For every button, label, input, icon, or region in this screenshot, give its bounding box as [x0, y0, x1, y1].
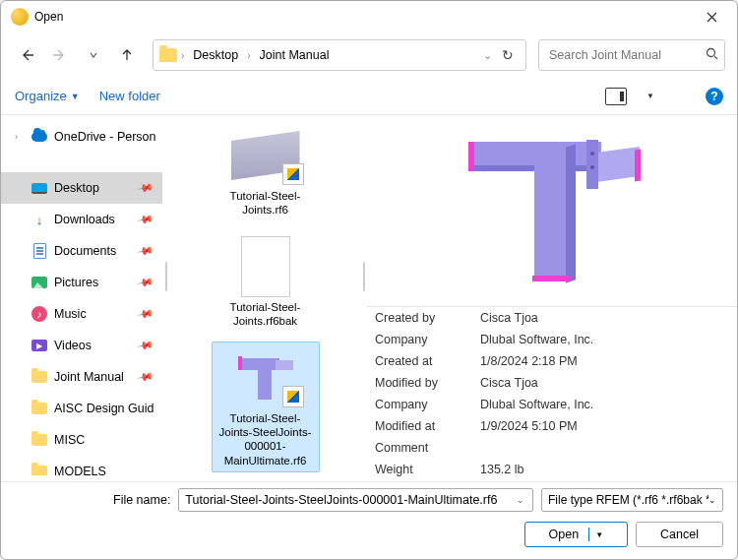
tree-onedrive[interactable]: › OneDrive - Person — [1, 121, 162, 153]
tree-aisc[interactable]: AISC Design Guid — [1, 393, 162, 424]
file-label: Tutorial-Steel-Joints.rf6bak — [215, 300, 317, 329]
pin-icon: 📌 — [137, 211, 155, 229]
meta-row: Modified byCisca Tjoa — [367, 372, 737, 394]
file-label: Tutorial-Steel-Joints.rf6 — [215, 189, 317, 218]
cancel-button[interactable]: Cancel — [636, 522, 723, 547]
meta-row: Modified at1/9/2024 5:10 PM — [367, 415, 737, 437]
preview-pane: Created byCisca Tjoa CompanyDlubal Softw… — [367, 115, 737, 481]
filetype-select[interactable]: File type RFEM (*.rf6 *.rf6bak *.rx ⌄ — [541, 488, 723, 512]
nav-tree: › OneDrive - Person Desktop 📌 ↓ Download… — [1, 115, 163, 481]
chevron-down-icon[interactable]: ⌄ — [513, 495, 528, 505]
tree-downloads[interactable]: ↓ Downloads 📌 — [1, 204, 162, 235]
tree-joint-manual[interactable]: Joint Manual 📌 — [1, 361, 162, 393]
model-preview-icon — [463, 132, 641, 289]
tree-models[interactable]: MODELS — [1, 456, 162, 475]
filename-input[interactable] — [183, 492, 513, 508]
open-dialog: Open › Desktop › Joint Manual ⌄ ↻ — [0, 0, 738, 560]
chevron-right-icon[interactable]: › — [181, 50, 184, 61]
help-button[interactable]: ? — [706, 88, 723, 105]
refresh-button[interactable]: ↻ — [502, 47, 514, 63]
organize-menu[interactable]: Organize ▼ — [15, 89, 80, 103]
splitter[interactable] — [361, 115, 367, 481]
meta-row: Created byCisca Tjoa — [367, 307, 737, 329]
preview-image — [367, 115, 737, 306]
command-row: Organize ▼ New folder ▼ ? — [1, 78, 737, 115]
pin-icon: 📌 — [137, 305, 155, 324]
chevron-down-icon: ▼ — [71, 92, 80, 101]
rfem-badge-icon — [282, 386, 304, 407]
close-button[interactable] — [690, 2, 733, 31]
search-box[interactable] — [538, 39, 725, 71]
pin-icon: 📌 — [137, 337, 155, 355]
file-item[interactable]: Tutorial-Steel-Joints.rf6bak — [212, 230, 320, 334]
meta-row: Created at1/8/2024 2:18 PM — [367, 350, 737, 372]
tree-documents[interactable]: Documents 📌 — [1, 235, 162, 267]
music-icon: ♪ — [31, 306, 47, 322]
file-item-selected[interactable]: Tutorial-Steel-Joints-SteelJoints-000001… — [212, 342, 320, 473]
chevron-down-icon: ⌄ — [708, 495, 716, 505]
meta-row: CompanyDlubal Software, Inc. — [367, 394, 737, 415]
address-bar[interactable]: › Desktop › Joint Manual ⌄ ↻ — [153, 39, 526, 71]
view-options-button[interactable] — [605, 88, 627, 105]
search-icon — [706, 47, 718, 63]
documents-icon — [33, 243, 46, 259]
meta-row: Weight135.2 lb — [367, 459, 737, 480]
pictures-icon — [31, 277, 47, 288]
file-item[interactable]: Tutorial-Steel-Joints.rf6 — [212, 119, 320, 222]
breadcrumb-desktop[interactable]: Desktop — [188, 45, 243, 65]
pin-icon: 📌 — [137, 179, 155, 198]
breadcrumb-joint-manual[interactable]: Joint Manual — [255, 45, 335, 65]
app-icon — [11, 8, 29, 26]
onedrive-icon — [31, 132, 47, 142]
svg-point-0 — [707, 49, 715, 57]
file-thumbnail-icon — [241, 236, 290, 297]
splitter[interactable] — [163, 115, 169, 481]
folder-icon — [31, 434, 47, 446]
tree-desktop[interactable]: Desktop 📌 — [1, 172, 162, 204]
folder-icon — [159, 48, 177, 62]
search-input[interactable] — [547, 47, 706, 63]
chevron-down-icon[interactable]: ▼ — [646, 92, 654, 100]
tree-misc[interactable]: MISC — [1, 424, 162, 456]
desktop-icon — [31, 183, 47, 194]
folder-icon — [31, 403, 47, 414]
folder-icon — [31, 466, 47, 475]
back-button[interactable] — [13, 41, 40, 69]
file-label: Tutorial-Steel-Joints-SteelJoints-000001… — [215, 411, 317, 468]
metadata-panel: Created byCisca Tjoa CompanyDlubal Softw… — [367, 306, 737, 481]
folder-icon — [31, 371, 47, 383]
file-list[interactable]: Tutorial-Steel-Joints.rf6 Tutorial-Steel… — [169, 115, 361, 481]
filename-combobox[interactable]: ⌄ — [178, 488, 533, 512]
chevron-right-icon[interactable]: › — [15, 132, 25, 142]
meta-row: Nodes731 — [367, 480, 737, 481]
chevron-down-icon[interactable]: ▼ — [595, 530, 603, 539]
tree-music[interactable]: ♪ Music 📌 — [1, 298, 162, 330]
filename-label: File name: — [15, 493, 170, 507]
new-folder-button[interactable]: New folder — [99, 89, 160, 103]
open-button[interactable]: Open ▼ — [524, 522, 629, 547]
chevron-down-icon[interactable]: ⌄ — [483, 49, 492, 62]
recent-dropdown[interactable] — [80, 41, 107, 69]
chevron-right-icon[interactable]: › — [247, 50, 250, 61]
titlebar: Open — [1, 1, 737, 32]
body: › OneDrive - Person Desktop 📌 ↓ Download… — [1, 115, 737, 482]
meta-row: Comment — [367, 437, 737, 459]
videos-icon: ▶ — [31, 340, 47, 351]
up-button[interactable] — [113, 41, 141, 69]
rfem-badge-icon — [282, 163, 304, 185]
pin-icon: 📌 — [137, 242, 155, 261]
pin-icon: 📌 — [137, 274, 155, 292]
nav-row: › Desktop › Joint Manual ⌄ ↻ — [1, 32, 737, 78]
meta-row: CompanyDlubal Software, Inc. — [367, 329, 737, 350]
window-title: Open — [34, 10, 690, 24]
tree-pictures[interactable]: Pictures 📌 — [1, 267, 162, 298]
forward-button[interactable] — [46, 41, 74, 69]
downloads-icon: ↓ — [31, 211, 48, 228]
pin-icon: 📌 — [137, 368, 155, 387]
tree-videos[interactable]: ▶ Videos 📌 — [1, 330, 162, 361]
footer: File name: ⌄ File type RFEM (*.rf6 *.rf6… — [1, 482, 737, 559]
